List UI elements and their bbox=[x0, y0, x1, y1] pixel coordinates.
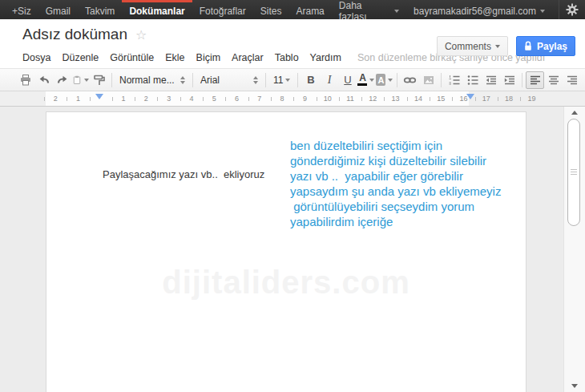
redo-button[interactable] bbox=[53, 71, 71, 89]
toolbar-separator bbox=[297, 73, 298, 87]
menu-help[interactable]: Yardım bbox=[310, 52, 341, 63]
undo-button[interactable] bbox=[34, 71, 53, 89]
decrease-indent-button[interactable] bbox=[482, 71, 500, 89]
chevron-down-icon bbox=[369, 79, 374, 82]
ruler-number: 15 bbox=[430, 91, 452, 106]
underline-button[interactable]: U bbox=[338, 71, 357, 89]
italic-button[interactable]: I bbox=[320, 71, 338, 89]
chevron-down-icon bbox=[388, 79, 393, 82]
ruler-number: 3 bbox=[157, 91, 180, 106]
topbar-item-documents[interactable]: Dokümanlar bbox=[122, 0, 192, 19]
topbar-account-area: bayramakadir56@gmail.com bbox=[406, 0, 585, 19]
bold-button[interactable]: B bbox=[301, 71, 320, 89]
align-center-icon bbox=[547, 74, 560, 87]
toolbar-separator bbox=[397, 73, 397, 87]
document-title[interactable]: Adsız doküman bbox=[22, 26, 127, 43]
scroll-up-arrow-icon[interactable] bbox=[571, 111, 578, 115]
bullet-list-button[interactable] bbox=[463, 71, 482, 89]
justify-button[interactable] bbox=[581, 71, 585, 89]
undo-icon bbox=[38, 74, 50, 87]
web-clipboard-button[interactable] bbox=[71, 71, 90, 89]
numbered-list-button[interactable] bbox=[445, 71, 463, 89]
google-docs-window: +Siz Gmail Takvim Dokümanlar Fotoğraflar… bbox=[0, 0, 585, 392]
comments-button[interactable]: Comments bbox=[437, 36, 508, 56]
account-email: bayramakadir56@gmail.com bbox=[414, 6, 536, 17]
indent-icon bbox=[503, 74, 516, 87]
gear-icon bbox=[566, 3, 579, 16]
scrollbar-grip-icon bbox=[571, 169, 577, 176]
topbar-item-plus-you[interactable]: +Siz bbox=[5, 0, 38, 19]
comments-label: Comments bbox=[445, 41, 491, 52]
font-family-select[interactable]: Arial bbox=[196, 71, 262, 89]
document-text-line: görüntülüyebiliri seçseydim yorum bbox=[290, 199, 501, 214]
updown-icon bbox=[180, 76, 185, 84]
insert-image-button[interactable] bbox=[419, 71, 438, 89]
menu-table[interactable]: Tablo bbox=[275, 52, 299, 63]
highlight-color-button[interactable]: A bbox=[375, 71, 393, 89]
align-center-button[interactable] bbox=[544, 71, 563, 89]
print-button[interactable] bbox=[16, 71, 34, 89]
document-text-black[interactable]: Paylaşacağımız yazı vb.. ekliyoruz bbox=[103, 168, 264, 180]
ruler-number: 19 bbox=[520, 91, 543, 106]
vertical-scrollbar[interactable] bbox=[563, 107, 585, 392]
print-icon bbox=[19, 74, 32, 87]
ruler-number: 18 bbox=[498, 91, 520, 106]
settings-button[interactable] bbox=[559, 0, 585, 19]
topbar-item-search[interactable]: Arama bbox=[288, 0, 331, 19]
insert-link-button[interactable] bbox=[401, 71, 419, 89]
paint-format-button[interactable] bbox=[90, 71, 108, 89]
bullet-list-icon bbox=[466, 74, 479, 87]
menu-format[interactable]: Biçim bbox=[196, 52, 221, 63]
toolbar-separator bbox=[111, 73, 112, 87]
watermark: dijitaliders.com bbox=[162, 265, 410, 301]
document-text-line: ben düzeltebiliri seçtiğim için bbox=[290, 138, 501, 153]
ruler-number: 9 bbox=[293, 91, 316, 106]
share-button[interactable]: Paylaş bbox=[516, 36, 575, 56]
account-menu[interactable]: bayramakadir56@gmail.com bbox=[406, 3, 552, 17]
text-color-icon: A bbox=[357, 74, 367, 86]
ruler-number: 10 bbox=[317, 91, 339, 106]
text-color-button[interactable]: A bbox=[357, 71, 375, 89]
share-label: Paylaş bbox=[537, 41, 567, 52]
right-indent-marker[interactable] bbox=[466, 94, 474, 99]
ruler-number: 7 bbox=[248, 91, 271, 106]
align-right-button[interactable] bbox=[563, 71, 581, 89]
menu-insert[interactable]: Ekle bbox=[165, 52, 184, 63]
highlight-icon: A bbox=[376, 74, 385, 86]
ruler-number: 11 bbox=[339, 91, 361, 106]
font-size-select[interactable]: 11 bbox=[269, 71, 294, 89]
paragraph-style-select[interactable]: Normal me... bbox=[115, 71, 189, 89]
align-right-icon bbox=[566, 74, 579, 87]
lock-icon bbox=[524, 41, 532, 51]
topbar-nav: +Siz Gmail Takvim Dokümanlar Fotoğraflar… bbox=[5, 0, 406, 19]
document-text-line: yapsaydım şu anda yazı vb ekliyemeyiz bbox=[290, 184, 501, 199]
ruler-number: 17 bbox=[475, 91, 498, 106]
document-text-blue[interactable]: ben düzeltebiliri seçtiğim içingönderdiğ… bbox=[290, 138, 501, 229]
left-indent-marker[interactable] bbox=[95, 94, 103, 99]
menu-tools[interactable]: Araçlar bbox=[232, 52, 264, 63]
topbar-item-gmail[interactable]: Gmail bbox=[38, 0, 78, 19]
font-family-value: Arial bbox=[200, 75, 250, 86]
header-buttons: Comments Paylaş bbox=[437, 36, 575, 56]
menu-file[interactable]: Dosya bbox=[22, 52, 50, 63]
ruler-number: 1 bbox=[112, 91, 135, 106]
menu-edit[interactable]: Düzenle bbox=[62, 52, 99, 63]
increase-indent-button[interactable] bbox=[500, 71, 518, 89]
topbar-item-sites[interactable]: Sites bbox=[253, 0, 289, 19]
ruler-number: 5 bbox=[203, 91, 225, 106]
document-page[interactable]: dijitaliders.com Paylaşacağımız yazı vb.… bbox=[46, 111, 526, 392]
ruler-number: 2 bbox=[44, 91, 67, 106]
topbar-item-more[interactable]: Daha fazlası bbox=[332, 0, 406, 19]
align-left-button[interactable] bbox=[526, 71, 544, 89]
google-topbar: +Siz Gmail Takvim Dokümanlar Fotoğraflar… bbox=[0, 0, 585, 19]
ruler: 2112345678910111213141516171819 bbox=[0, 91, 585, 107]
menu-view[interactable]: Görüntüle bbox=[110, 52, 154, 63]
topbar-item-photos[interactable]: Fotoğraflar bbox=[192, 0, 253, 19]
scrollbar-thumb[interactable] bbox=[567, 119, 580, 226]
paint-roller-icon bbox=[93, 74, 106, 87]
chevron-down-icon bbox=[285, 79, 290, 82]
star-icon[interactable]: ☆ bbox=[135, 27, 147, 42]
scroll-down-arrow-icon[interactable] bbox=[571, 384, 578, 388]
topbar-item-calendar[interactable]: Takvim bbox=[78, 0, 122, 19]
ruler-number: 14 bbox=[407, 91, 430, 106]
